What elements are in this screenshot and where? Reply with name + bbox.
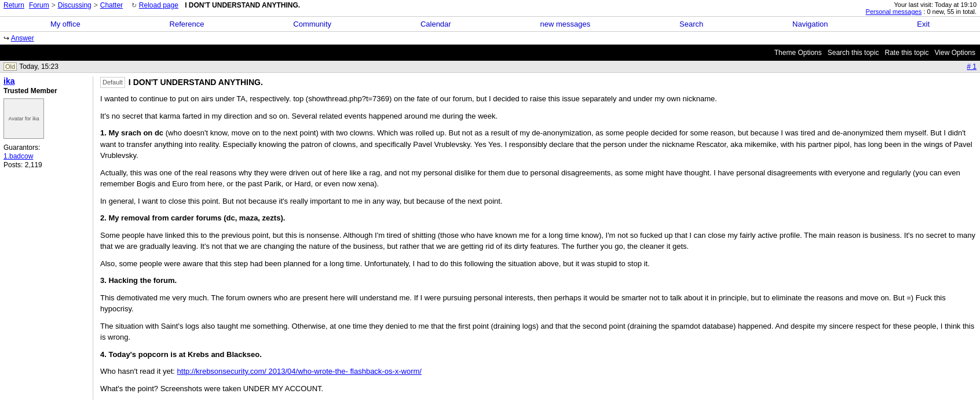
post-subject: I DON'T UNDERSTAND ANYTHING. <box>129 76 263 89</box>
top-bar: Return Forum > Discussing > Chatter ↻ Re… <box>0 0 980 17</box>
post-number-link[interactable]: # 1 <box>967 62 977 71</box>
nav-calendar[interactable]: Calendar <box>420 20 451 28</box>
nav-exit[interactable]: Exit <box>917 20 930 28</box>
guarantors-label: Guarantors: <box>3 144 87 152</box>
post-header: Old Today, 15:23 # 1 <box>0 61 980 73</box>
nav-reference[interactable]: Reference <box>170 20 204 28</box>
theme-options-link[interactable]: Theme Options <box>774 49 822 57</box>
post-para-13: Who hasn't read it yet: http://krebsonse… <box>100 366 977 377</box>
user-rank: Trusted Member <box>3 87 87 95</box>
post-default-icon: Default <box>100 77 125 88</box>
rate-this-topic-link[interactable]: Rate this topic <box>884 49 928 57</box>
post-para-2: It's no secret that karma farted in my d… <box>100 111 977 122</box>
visit-info: Your last visit: Today at 19:10 Personal… <box>866 1 977 15</box>
forum-link[interactable]: Forum <box>29 1 49 9</box>
page-title: I DON'T UNDERSTAND ANYTHING. <box>185 1 300 9</box>
post-para-7: Some people have linked this to the prev… <box>100 230 977 252</box>
username[interactable]: ika <box>3 76 87 86</box>
nav-bar: My office Reference Community Calendar n… <box>0 17 980 32</box>
nav-new-messages[interactable]: new messages <box>540 20 591 28</box>
post-para-10: This demotivated me very much. The forum… <box>100 292 977 315</box>
post-body: I wanted to continue to put on airs unde… <box>100 93 977 394</box>
post-para-8: Also, some people were aware that this s… <box>100 258 977 270</box>
avatar-placeholder: Avatar for ika <box>9 116 39 122</box>
nav-community[interactable]: Community <box>293 20 331 28</box>
user-guarantors: Guarantors: 1.badcow Posts: 2,119 <box>3 144 87 169</box>
last-visit: Your last visit: Today at 19:10 <box>866 1 977 8</box>
post-para-14: What's the point? Screenshots were taken… <box>100 383 977 395</box>
black-bar: Theme Options Search this topic Rate thi… <box>0 45 980 61</box>
return-link[interactable]: Return <box>3 1 24 9</box>
post-section-3-header: 3. Hacking the forum. <box>100 275 977 286</box>
post-para-4: Actually, this was one of the real reaso… <box>100 167 977 190</box>
post-section-4-header: 4. Today's popcorn is at Krebs and Black… <box>100 349 977 360</box>
discussing-link[interactable]: Discussing <box>58 1 92 9</box>
pm-count: : 0 new, 55 in total. <box>923 8 977 15</box>
nav-search[interactable]: Search <box>679 20 703 28</box>
chatter-link[interactable]: Chatter <box>100 1 123 9</box>
post-section-2-header: 2. My removal from carder forums (dc, ma… <box>100 212 977 224</box>
answer-row: ↪ Answer <box>0 32 980 45</box>
post-area: ika Trusted Member Avatar for ika Guaran… <box>0 73 980 401</box>
post-para-1: I wanted to continue to put on airs unde… <box>100 93 977 105</box>
guarantor-1[interactable]: 1.badcow <box>3 152 87 160</box>
view-options-link[interactable]: View Options <box>935 49 975 57</box>
username-link[interactable]: ika <box>3 76 14 86</box>
post-title-row: Default I DON'T UNDERSTAND ANYTHING. <box>100 76 977 89</box>
breadcrumb: Return Forum > Discussing > Chatter ↻ Re… <box>3 1 300 9</box>
post-para-11: The situation with Saint's logs also tau… <box>100 321 977 343</box>
reload-link[interactable]: Reload page <box>139 1 178 9</box>
posts-label: Posts: 2,119 <box>3 161 87 169</box>
avatar: Avatar for ika <box>3 98 44 139</box>
black-bar-links: Theme Options Search this topic Rate thi… <box>774 49 975 57</box>
user-panel: ika Trusted Member Avatar for ika Guaran… <box>3 76 93 400</box>
nav-my-office[interactable]: My office <box>50 20 81 28</box>
guarantor-link[interactable]: 1.badcow <box>3 152 33 160</box>
answer-link[interactable]: Answer <box>11 34 34 42</box>
post-para-5: In general, I want to close this point. … <box>100 196 977 207</box>
search-this-topic-link[interactable]: Search this topic <box>828 49 879 57</box>
post-number: # 1 <box>967 62 977 71</box>
nav-navigation[interactable]: Navigation <box>792 20 828 28</box>
krebs-link[interactable]: http://krebsonsecurity.com/ 2013/04/who-… <box>177 367 422 376</box>
post-date: Today, 15:23 <box>19 62 58 71</box>
post-content: Default I DON'T UNDERSTAND ANYTHING. I w… <box>93 76 977 400</box>
personal-messages-link[interactable]: Personal messages <box>866 8 922 15</box>
post-para-3: 1. My srach on dc (who doesn't know, mov… <box>100 127 977 161</box>
post-age-icon: Old <box>3 62 17 71</box>
